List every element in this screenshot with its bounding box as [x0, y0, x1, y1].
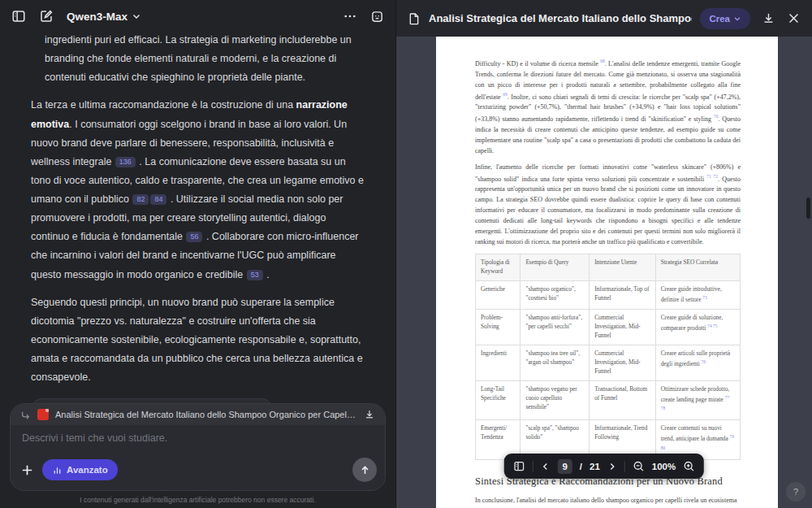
assistant-paragraph: La terza e ultima raccomandazione è la c… — [31, 96, 365, 284]
chat-panel: Qwen3-Max ingredienti puri ed efficaci. … — [0, 0, 396, 508]
assistant-paragraph: Seguendo questi principi, un nuovo brand… — [31, 293, 365, 388]
assistant-paragraph: ingredienti puri ed efficaci. La strateg… — [45, 33, 365, 87]
pdf-file-icon — [37, 409, 49, 420]
page-separator: / — [580, 462, 582, 471]
artifact-panel-icon[interactable] — [370, 10, 384, 24]
zoom-out-icon[interactable] — [633, 460, 645, 472]
previous-page-icon[interactable] — [541, 462, 551, 471]
chevron-down-icon — [132, 11, 141, 21]
sidebar-toggle-icon[interactable] — [11, 9, 26, 24]
attachment-name: Analisi Strategica del Mercato Italiano … — [55, 410, 357, 419]
preview-title: Analisi Strategica del Mercato Italiano … — [429, 12, 692, 24]
avanzato-mode-button[interactable]: Avanzato — [42, 459, 118, 480]
pdf-paragraph: Infine, l'aumento delle ricerche per for… — [475, 163, 741, 248]
send-button[interactable] — [352, 458, 377, 482]
thumbnails-panel-icon[interactable] — [513, 460, 525, 472]
chat-header: Qwen3-Max — [0, 0, 395, 33]
pdf-page: Difficulty - KD) e il volume di ricerca … — [436, 37, 778, 508]
download-icon[interactable] — [762, 11, 775, 25]
app-window: Qwen3-Max ingredienti puri ed efficaci. … — [0, 0, 812, 508]
total-pages: 21 — [590, 462, 600, 471]
add-attachment-button[interactable] — [20, 463, 34, 477]
chat-message-area: ingredienti puri ed efficaci. La strateg… — [0, 33, 395, 403]
corner-arrow-icon — [20, 410, 31, 420]
crea-button[interactable]: Crea — [700, 8, 750, 29]
ai-disclaimer: I contenuti generati dall'intelligenza a… — [10, 491, 386, 508]
composer: Analisi Strategica del Mercato Italiano … — [0, 403, 395, 508]
pdf-paragraph: Difficulty - KD) e il volume di ricerca … — [475, 58, 741, 157]
new-chat-icon[interactable] — [39, 9, 54, 24]
attachment-download-icon[interactable] — [364, 409, 375, 420]
viewer-scrollbar[interactable] — [806, 198, 810, 219]
pdf-viewer[interactable]: Difficulty - KD) e il volume di ricerca … — [396, 37, 812, 508]
close-icon[interactable] — [787, 11, 801, 25]
attachment-chip[interactable]: Analisi Strategica del Mercato Italiano … — [11, 404, 385, 425]
help-button[interactable]: ? — [786, 482, 806, 501]
toolbar-divider — [533, 461, 533, 472]
zoom-level: 100% — [652, 462, 676, 471]
preview-header: Analisi Strategica del Mercato Italiano … — [396, 0, 812, 37]
next-page-icon[interactable] — [607, 462, 617, 471]
chevron-down-icon — [733, 15, 741, 23]
plus-icon — [20, 463, 34, 477]
toolbar-divider — [624, 461, 625, 472]
pdf-toolbar: 9 / 21 100% — [504, 454, 704, 479]
more-options-icon[interactable] — [343, 9, 357, 24]
pdf-closing-paragraph: In conclusione, l'analisi del mercato it… — [475, 496, 741, 508]
current-page-input[interactable]: 9 — [558, 459, 572, 474]
zoom-in-icon[interactable] — [683, 460, 695, 472]
model-selector[interactable]: Qwen3-Max — [67, 11, 141, 23]
pdf-keyword-table: Tipologia di KeywordEsempio di QueryInte… — [475, 254, 741, 460]
document-icon — [408, 12, 421, 25]
model-name: Qwen3-Max — [67, 11, 127, 23]
message-input[interactable]: Descrivi i temi che vuoi studiare. — [11, 425, 385, 453]
arrow-up-icon — [359, 464, 371, 476]
bar-chart-icon — [52, 465, 63, 475]
pdf-preview-panel: Analisi Strategica del Mercato Italiano … — [396, 0, 812, 508]
